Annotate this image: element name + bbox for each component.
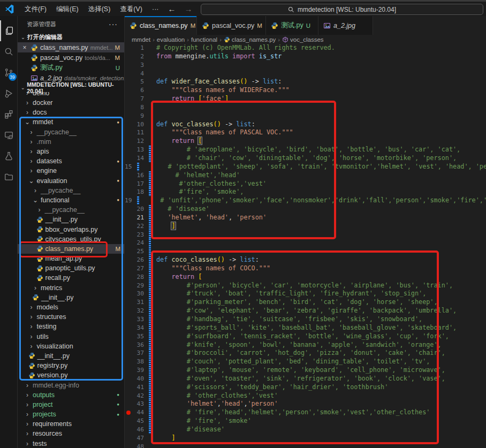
glyph-margin[interactable] — [125, 137, 133, 146]
code-text[interactable]: def coco_classes() -> list: — [151, 256, 259, 264]
tree-item-models[interactable]: ›models — [18, 302, 124, 312]
code-line-27[interactable]: 27 """Class names of COCO.""" — [125, 264, 486, 273]
tab-class_names.py[interactable]: class_names.pyM× — [125, 16, 197, 35]
tree-item-registry.py[interactable]: registry.py — [18, 361, 124, 370]
code-line-39[interactable]: 39 #'laptop', 'mouse', 'remote', 'keyboa… — [125, 366, 486, 375]
glyph-margin[interactable] — [125, 443, 133, 448]
tree-item-utils[interactable]: ›utils — [18, 332, 124, 341]
activitybar-explorer[interactable] — [0, 20, 18, 41]
tree-item-bbox_overlaps.py[interactable]: bbox_overlaps.py — [18, 224, 124, 234]
glyph-margin[interactable] — [125, 44, 133, 52]
tree-item-demo[interactable]: ›demo — [18, 92, 124, 98]
code-text[interactable]: #'truck', 'boat', 'traffic_light', 'fire… — [151, 290, 426, 298]
code-line-14[interactable]: 14 # 'chair', 'cow', 'diningtable', 'dog… — [125, 154, 486, 163]
code-text[interactable] — [151, 103, 156, 112]
glyph-margin[interactable] — [125, 180, 133, 188]
glyph-margin[interactable] — [125, 264, 133, 273]
code-text[interactable]: #'parking_meter', 'bench', 'bird', 'cat'… — [151, 298, 438, 307]
glyph-margin[interactable] — [125, 434, 133, 443]
tree-item-outputs[interactable]: ›outputs● — [18, 390, 124, 400]
code-line-23[interactable]: 23 — [125, 231, 486, 239]
code-line-38[interactable]: 38 #'couch', 'potted_plant', 'bed', 'din… — [125, 358, 486, 366]
code-text[interactable]: return [ — [151, 137, 202, 146]
glyph-margin[interactable] — [125, 324, 133, 332]
open-editor-pascal_voc.py[interactable]: pascal_voc.pytools/da...M — [18, 52, 124, 63]
code-line-13[interactable]: 13 # 'aeroplane', 'bicycle', 'bird', 'bo… — [125, 146, 486, 154]
glyph-margin[interactable] — [125, 400, 133, 408]
glyph-margin[interactable] — [125, 78, 133, 86]
glyph-margin[interactable] — [125, 290, 133, 298]
tree-item-.mim[interactable]: ›.mim — [18, 137, 124, 147]
code-text[interactable]: #'knife', 'spoon', 'bowl', 'banana', 'ap… — [151, 341, 442, 350]
open-editors-header[interactable]: ⌄ 打开的编辑器 — [18, 32, 124, 42]
code-line-16[interactable]: 16 # 'helmet','head' — [125, 171, 486, 180]
code-text[interactable] — [151, 61, 156, 70]
activitybar-testing[interactable] — [0, 146, 18, 166]
glyph-margin[interactable] — [125, 52, 133, 61]
code-line-24[interactable]: 24 — [125, 239, 486, 247]
code-line-45[interactable]: 45 # 'fire', 'smoke' — [125, 417, 486, 426]
code-line-1[interactable]: 1# Copyright (c) OpenMMLab. All rights r… — [125, 44, 486, 52]
code-line-15[interactable]: 15 # 'pottedplant', 'sheep', 'sofa', 'tr… — [125, 163, 486, 171]
tree-item-__pycache__[interactable]: ›__pycache__ — [18, 186, 124, 195]
activitybar-run-and-debug[interactable] — [0, 83, 18, 104]
tree-item-__init__.py[interactable]: __init__.py — [18, 215, 124, 224]
menu-item-1[interactable]: 编辑(E) — [51, 3, 83, 16]
tree-item-engine[interactable]: ›engine — [18, 166, 124, 176]
open-editor-测试.py[interactable]: 测试.pyU — [18, 63, 124, 73]
code-line-5[interactable]: 5def wider_face_classes() -> list: — [125, 78, 486, 86]
code-text[interactable]: 'helmet', 'head', 'person' — [151, 214, 267, 222]
glyph-margin[interactable] — [125, 375, 133, 383]
menu-item-2[interactable]: 选择(S) — [83, 3, 116, 16]
code-text[interactable]: #'broccoli', 'carrot', 'hot_dog', 'pizza… — [151, 349, 445, 358]
activitybar-source-control[interactable]: 39 — [0, 62, 18, 83]
glyph-margin[interactable] — [125, 358, 133, 366]
code-text[interactable]: #'cow', 'elephant', 'bear', 'zebra', 'gi… — [151, 307, 457, 315]
glyph-margin[interactable] — [125, 307, 133, 315]
glyph-margin[interactable] — [125, 103, 133, 112]
tree-item-requirements[interactable]: ›requirements — [18, 419, 124, 429]
code-line-37[interactable]: 37 #'broccoli', 'carrot', 'hot_dog', 'pi… — [125, 349, 486, 358]
glyph-margin[interactable] — [125, 154, 133, 163]
code-line-35[interactable]: 35 #'surfboard', 'tennis_racket', 'bottl… — [125, 332, 486, 341]
tree-item-mmdet.egg-info[interactable]: ›mmdet.egg-info — [18, 380, 124, 390]
code-line-29[interactable]: 29 #'person', 'bicycle', 'car', 'motorcy… — [125, 282, 486, 290]
glyph-margin[interactable] — [125, 408, 133, 417]
code-line-28[interactable]: 28 return [ — [125, 273, 486, 282]
tree-item-panoptic_utils.py[interactable]: panoptic_utils.py — [18, 263, 124, 273]
code-line-10[interactable]: 10def voc_classes() -> list: — [125, 120, 486, 129]
activitybar-remote-explorer[interactable] — [0, 125, 18, 146]
tree-item-structures[interactable]: ›structures — [18, 312, 124, 322]
code-line-8[interactable]: 8 — [125, 103, 486, 112]
code-line-42[interactable]: 42 # 'other_clothes','vest' — [125, 392, 486, 400]
tree-item-mean_ap.py[interactable]: mean_ap.py — [18, 254, 124, 263]
glyph-margin[interactable] — [125, 61, 133, 70]
code-text[interactable]: #'handbag', 'tie', 'suitcase', 'frisbee'… — [151, 315, 422, 324]
code-text[interactable]: #'couch', 'potted_plant', 'bed', 'dining… — [151, 358, 430, 366]
code-text[interactable]: ] — [151, 434, 176, 443]
code-line-47[interactable]: 47 ] — [125, 434, 486, 443]
code-line-33[interactable]: 33 #'handbag', 'tie', 'suitcase', 'frisb… — [125, 315, 486, 324]
glyph-margin[interactable] — [125, 298, 133, 307]
breadcrumb-mmdet[interactable]: mmdet — [132, 36, 150, 43]
menu-item-3[interactable]: 查看(V) — [115, 3, 147, 16]
code-text[interactable]: #'scissors', 'teddy_bear', 'hair_drier',… — [151, 383, 388, 392]
code-text[interactable] — [151, 247, 156, 256]
tree-item-resources[interactable]: ›resources — [18, 429, 124, 438]
code-line-41[interactable]: 41 #'scissors', 'teddy_bear', 'hair_drie… — [125, 383, 486, 392]
glyph-margin[interactable] — [125, 392, 133, 400]
code-line-11[interactable]: 11 """Class names of PASCAL VOC.""" — [125, 128, 486, 137]
code-line-40[interactable]: 40 #'oven', 'toaster', 'sink', 'refriger… — [125, 375, 486, 383]
command-center-search[interactable]: mmdetection [WSL: Ubuntu-20.04] — [201, 4, 483, 15]
glyph-margin[interactable] — [125, 70, 133, 78]
tab-测试.py[interactable]: 测试.pyU — [266, 16, 318, 35]
code-text[interactable]: """Class names of PASCAL VOC.""" — [151, 128, 293, 137]
code-text[interactable]: # 'chair', 'cow', 'diningtable', 'dog', … — [151, 154, 457, 163]
code-line-31[interactable]: 31 #'parking_meter', 'bench', 'bird', 'c… — [125, 298, 486, 307]
activitybar-search[interactable] — [0, 41, 18, 62]
glyph-margin[interactable] — [125, 315, 133, 324]
glyph-margin[interactable] — [125, 214, 133, 222]
menu-item-4[interactable]: ··· — [147, 3, 164, 16]
code-text[interactable]: return [ — [151, 273, 202, 282]
glyph-margin[interactable] — [125, 95, 133, 103]
